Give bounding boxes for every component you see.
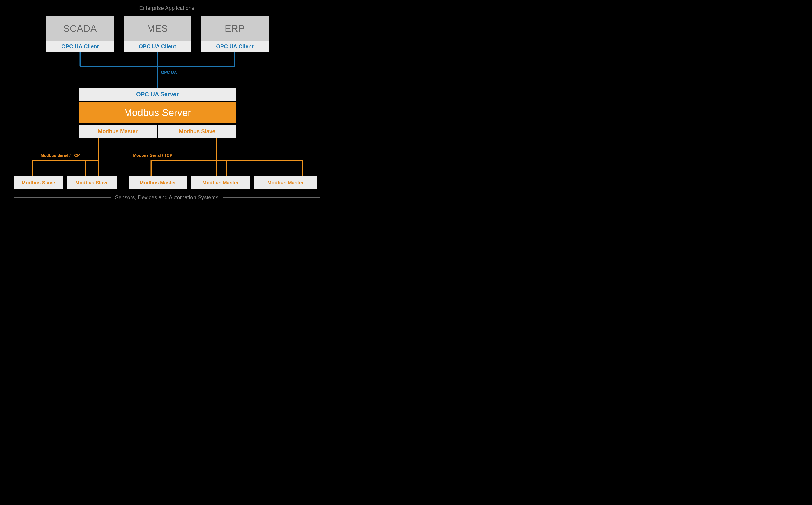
app-client-scada: OPC UA Client <box>46 41 114 52</box>
divider-line <box>13 197 111 198</box>
opc-ua-link-label: OPC UA <box>161 70 177 75</box>
app-name: SCADA <box>63 23 97 34</box>
app-client-label: OPC UA Client <box>216 43 253 49</box>
opc-ua-server-box: OPC UA Server <box>79 88 236 101</box>
modbus-link-label-right: Modbus Serial / TCP <box>133 153 172 158</box>
app-name: ERP <box>225 23 245 34</box>
app-client-erp: OPC UA Client <box>201 41 269 52</box>
app-client-label: OPC UA Client <box>139 43 176 49</box>
opc-ua-server-label: OPC UA Server <box>136 91 179 98</box>
app-client-mes: OPC UA Client <box>124 41 191 52</box>
section-divider-top: Enterprise Applications <box>0 5 333 11</box>
modbus-master-device: Modbus Master <box>191 176 250 189</box>
modbus-master-label: Modbus Master <box>98 128 138 135</box>
app-box-scada: SCADA <box>46 16 114 41</box>
modbus-slave-device: Modbus Slave <box>13 176 63 189</box>
divider-line <box>45 8 135 8</box>
divider-line <box>199 8 288 8</box>
device-label: Modbus Slave <box>22 180 55 186</box>
modbus-server-box: Modbus Server <box>79 102 236 123</box>
modbus-master-device: Modbus Master <box>129 176 187 189</box>
device-label: Modbus Master <box>267 180 304 186</box>
modbus-slave-label: Modbus Slave <box>179 128 215 135</box>
app-client-label: OPC UA Client <box>62 43 99 49</box>
app-name: MES <box>147 23 168 34</box>
app-box-mes: MES <box>124 16 191 41</box>
modbus-server-label: Modbus Server <box>124 107 191 118</box>
section-top-label: Enterprise Applications <box>135 5 199 11</box>
section-divider-bottom: Sensors, Devices and Automation Systems <box>0 194 333 200</box>
divider-line <box>223 197 320 198</box>
device-label: Modbus Master <box>202 180 239 186</box>
device-label: Modbus Master <box>140 180 176 186</box>
modbus-slave-box: Modbus Slave <box>158 125 236 138</box>
device-label: Modbus Slave <box>75 180 109 186</box>
modbus-link-label-left: Modbus Serial / TCP <box>40 153 80 158</box>
section-bottom-label: Sensors, Devices and Automation Systems <box>111 194 223 200</box>
app-box-erp: ERP <box>201 16 269 41</box>
modbus-slave-device: Modbus Slave <box>67 176 117 189</box>
modbus-master-device: Modbus Master <box>254 176 317 189</box>
modbus-master-box: Modbus Master <box>79 125 156 138</box>
